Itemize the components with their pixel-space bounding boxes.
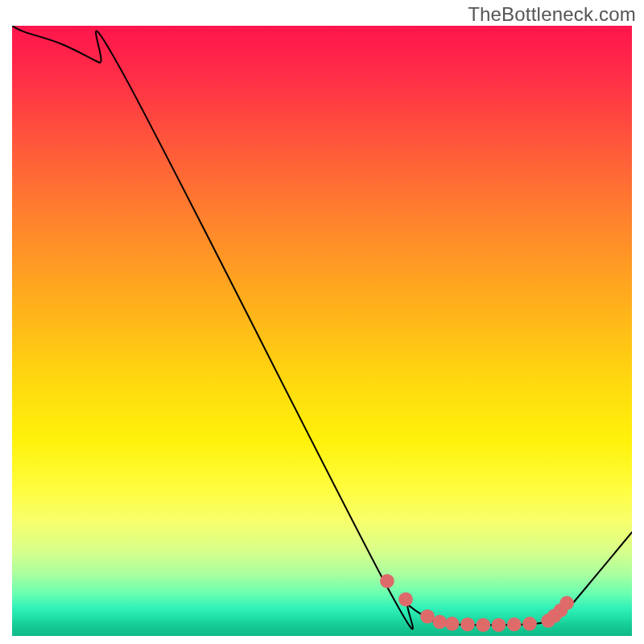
bottleneck-curve xyxy=(12,26,632,629)
marker-dot xyxy=(445,617,460,630)
chart-frame: TheBottleneck.com xyxy=(0,0,644,644)
marker-dot xyxy=(559,596,574,609)
curve-layer xyxy=(12,26,632,636)
marker-dot xyxy=(432,615,447,629)
marker-dot xyxy=(492,618,506,632)
plot-area xyxy=(12,26,632,636)
marker-dot xyxy=(398,592,413,606)
watermark-text: TheBottleneck.com xyxy=(468,3,636,26)
marker-dot xyxy=(476,618,490,632)
marker-dot xyxy=(380,574,394,588)
marker-dot xyxy=(507,617,522,631)
marker-dot xyxy=(522,617,537,630)
marker-dot xyxy=(460,617,475,631)
marker-dot xyxy=(420,609,435,623)
marker-dots xyxy=(380,574,574,632)
